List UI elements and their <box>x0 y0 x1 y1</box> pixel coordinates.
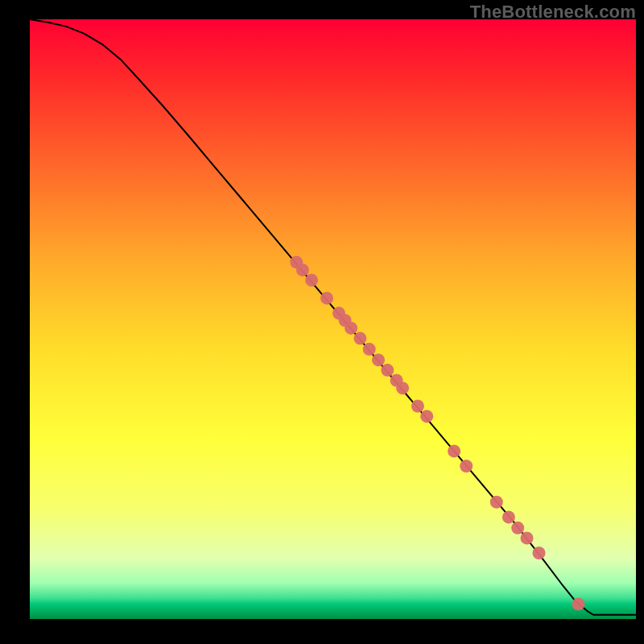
data-point <box>511 522 524 535</box>
data-point <box>353 332 366 345</box>
data-point <box>533 547 546 559</box>
data-point <box>320 291 333 304</box>
data-point <box>460 460 473 473</box>
data-point <box>572 597 585 610</box>
plot-background <box>30 19 636 619</box>
data-point <box>363 343 376 356</box>
data-point <box>490 496 503 509</box>
data-point <box>305 274 318 287</box>
data-point <box>296 263 309 276</box>
chart-container: TheBottleneck.com <box>0 0 644 644</box>
chart-svg <box>0 0 644 644</box>
data-point <box>411 400 424 413</box>
data-point <box>372 353 385 366</box>
data-point <box>448 444 460 457</box>
data-point <box>521 531 534 544</box>
data-point <box>345 322 357 335</box>
data-point <box>396 382 409 394</box>
data-point <box>502 510 515 523</box>
data-point <box>381 364 394 377</box>
watermark-text: TheBottleneck.com <box>470 2 636 23</box>
data-point <box>420 410 433 423</box>
